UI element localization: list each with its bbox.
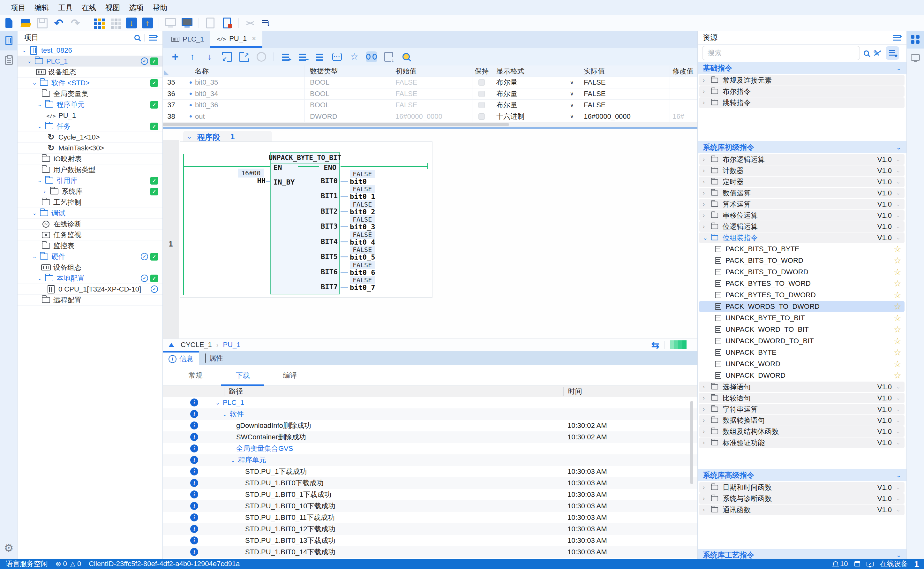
log-row[interactable]: STD.PU_1.BIT0下载成功 10:30:03 AM	[163, 477, 697, 489]
expand-chevron-icon[interactable]: ⌄	[31, 210, 38, 216]
tree-item[interactable]: Cycle_1<10>	[18, 132, 162, 143]
tree-item[interactable]: 远程配置	[18, 295, 162, 306]
clipboard-rail-button[interactable]	[0, 50, 18, 70]
horizontal-scrollbar[interactable]	[163, 122, 697, 127]
log-row[interactable]: STD.PU_1.BIT0_10下载成功 10:30:03 AM	[163, 501, 697, 512]
resource-item[interactable]: › 标准验证功能 V1.0	[699, 437, 904, 448]
favorite-icon[interactable]	[349, 52, 360, 62]
log-sub-tab[interactable]: 下载	[225, 365, 261, 386]
version-chevron-icon[interactable]	[892, 201, 904, 208]
variable-row[interactable]: 38 out DWORD 16#0000_0000 十六进制∨ 16#0000_…	[163, 111, 697, 123]
resource-item[interactable]: › 日期和时间函数 V1.0	[699, 482, 904, 493]
log-row[interactable]: 全局变量集合GVS	[163, 443, 697, 454]
favorite-star-icon[interactable]	[894, 290, 904, 300]
version-chevron-icon[interactable]	[892, 417, 904, 424]
retain-cell[interactable]	[472, 100, 491, 111]
resource-item[interactable]: UNPACK_BYTE	[699, 347, 904, 358]
expand-chevron-icon[interactable]: ›	[703, 77, 710, 84]
version-chevron-icon[interactable]	[892, 495, 904, 502]
output-variable[interactable]: bit0_6	[350, 269, 375, 277]
undo-icon[interactable]	[53, 17, 64, 29]
log-expand-chevron-icon[interactable]: ⌄	[221, 411, 229, 417]
favorite-star-icon[interactable]	[894, 370, 904, 380]
log-row[interactable]: gDownloadInfo删除成功 10:30:02 AM	[163, 420, 697, 431]
column-header-type[interactable]: 数据类型	[305, 65, 390, 77]
run-icon[interactable]	[205, 17, 216, 29]
breadcrumb-task[interactable]: CYCLE_1	[181, 341, 212, 349]
favorite-star-icon[interactable]	[894, 324, 904, 335]
expand-chevron-icon[interactable]: ›	[703, 99, 710, 106]
log-row[interactable]: ⌄ PLC_1	[163, 397, 697, 408]
comment-icon[interactable]	[332, 52, 343, 62]
output-variable[interactable]: bit0_7	[350, 283, 375, 292]
scrollbar-thumb[interactable]	[163, 123, 509, 126]
resource-item[interactable]: › 位逻辑运算 V1.0	[699, 221, 904, 232]
tree-item[interactable]: 任务监视	[18, 230, 162, 240]
resource-item[interactable]: › 比较语句 V1.0	[699, 393, 904, 403]
expand-chevron-icon[interactable]: ⌄	[21, 47, 28, 54]
tree-item[interactable]: 用户数据类型	[18, 164, 162, 175]
expand-chevron-icon[interactable]: ›	[41, 189, 48, 195]
version-chevron-icon[interactable]	[892, 190, 904, 196]
column-header-actual[interactable]: 实际值	[579, 65, 670, 77]
resource-item[interactable]: › 选择语句 V1.0	[699, 382, 904, 392]
new-project-icon[interactable]	[3, 17, 15, 29]
network-list-icon[interactable]	[314, 52, 325, 62]
modify-value-cell[interactable]	[670, 100, 697, 111]
tree-item[interactable]: PU_1	[18, 110, 162, 121]
document-tab[interactable]: PU_1 ×	[210, 30, 262, 48]
move-down-icon[interactable]	[204, 52, 215, 62]
output-variable[interactable]: bit0_2	[350, 208, 375, 216]
section-chevron-icon[interactable]	[896, 64, 901, 72]
actual-value-cell[interactable]: FALSE	[579, 88, 670, 100]
resource-item[interactable]: PACK_BYTES_TO_DWORD	[699, 290, 904, 300]
tree-item[interactable]: 设备组态	[18, 262, 162, 273]
data-type-cell[interactable]: BOOL	[305, 88, 390, 100]
output-variable[interactable]: bit0_1	[350, 193, 375, 201]
log-row[interactable]: STD.PU_1.BIT0_1下载成功 10:30:03 AM	[163, 489, 697, 501]
tree-item[interactable]: ⌄ 任务	[18, 121, 162, 132]
expand-chevron-icon[interactable]: ›	[703, 507, 710, 513]
resource-section-header[interactable]: 系统库工艺指令	[698, 549, 906, 559]
log-row[interactable]: ⌄ 软件	[163, 408, 697, 420]
version-chevron-icon[interactable]	[892, 383, 904, 390]
initial-value-cell[interactable]: FALSE	[390, 88, 472, 100]
resource-item[interactable]: › 数组及结构体函数 V1.0	[699, 426, 904, 437]
column-header-init[interactable]: 初始值	[390, 65, 472, 77]
menu-item[interactable]: 帮助	[148, 0, 172, 15]
sync-arrows-icon[interactable]	[651, 339, 659, 351]
save-icon[interactable]	[36, 17, 48, 29]
expand-chevron-icon[interactable]: ›	[703, 178, 710, 185]
resource-item[interactable]: PACK_BITS_TO_BYTE	[699, 243, 904, 254]
version-chevron-icon[interactable]	[892, 406, 904, 412]
column-header-keep[interactable]: 保持	[472, 65, 491, 77]
resource-item[interactable]: › 计数器 V1.0	[699, 166, 904, 176]
log-sub-tab[interactable]: 编译	[272, 365, 308, 386]
resource-section-header[interactable]: 系统库高级指令	[698, 469, 906, 481]
version-chevron-icon[interactable]	[892, 234, 904, 241]
info-tab[interactable]: 信息	[163, 351, 199, 365]
resource-item[interactable]: › 算术运算 V1.0	[699, 199, 904, 210]
menu-item[interactable]: 在线	[77, 0, 101, 15]
tree-item[interactable]: MainTask<30>	[18, 143, 162, 154]
resource-item[interactable]: › 布尔指令	[699, 86, 904, 97]
expand-chevron-icon[interactable]: ›	[703, 167, 710, 174]
expand-chevron-icon[interactable]: ⌄	[36, 177, 43, 184]
resource-item[interactable]: › 字符串运算 V1.0	[699, 404, 904, 414]
resource-item[interactable]: PACK_BITS_TO_DWORD	[699, 266, 904, 277]
resource-item[interactable]: UNPACK_WORD_TO_BIT	[699, 324, 904, 335]
online-device-icon[interactable]	[866, 561, 874, 566]
expand-chevron-icon[interactable]: ⌄	[703, 234, 710, 241]
variable-name-cell[interactable]: bit0_34	[180, 88, 305, 100]
compile-icon[interactable]	[109, 17, 121, 29]
display-format-cell[interactable]: 布尔量∨	[491, 100, 579, 111]
modify-value-cell[interactable]	[670, 77, 697, 88]
actual-value-cell[interactable]: 16#0000_0000	[579, 111, 670, 122]
version-chevron-icon[interactable]	[892, 212, 904, 219]
menu-item[interactable]: 编辑	[30, 0, 54, 15]
resource-item[interactable]: › 布尔逻辑运算 V1.0	[699, 154, 904, 165]
variable-name-cell[interactable]: out	[180, 111, 305, 122]
resource-item[interactable]: › 常规及连接元素	[699, 75, 904, 85]
section-chevron-icon[interactable]	[896, 143, 901, 151]
output-variable[interactable]: bit0	[350, 178, 367, 186]
